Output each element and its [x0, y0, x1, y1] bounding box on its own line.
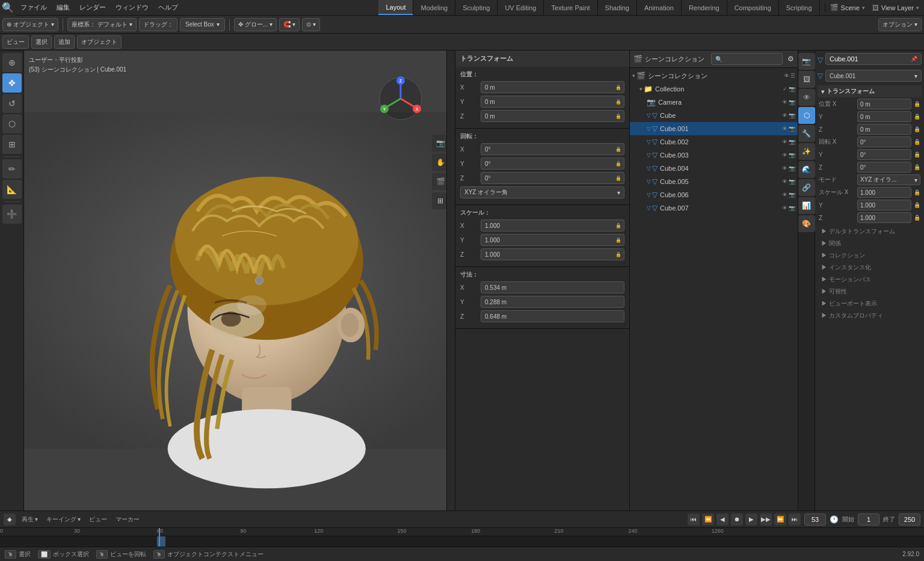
relations-section[interactable]: ▶ 関係 [818, 238, 922, 250]
scale-x-lock[interactable]: 🔒 [914, 189, 920, 195]
dim-y-input[interactable]: 0.288 m [481, 296, 624, 308]
props-rot-z-input[interactable]: 0° [857, 162, 911, 173]
props-scale-z-input[interactable]: 1.000 [857, 212, 911, 223]
custom-props-section[interactable]: ▶ カスタムプロパティ [818, 310, 922, 322]
mode-toggle-btn[interactable]: ⊕ オブジェクト ▾ [2, 18, 58, 31]
jump-start-btn[interactable]: ⏮ [688, 513, 700, 526]
view-btn-timeline[interactable]: ビュー [87, 514, 109, 525]
props-tab-constraints[interactable]: 🔗 [798, 179, 815, 196]
viewport-gizmo[interactable]: Z X Y [377, 75, 425, 124]
motion-paths-section[interactable]: ▶ モーションパス [818, 274, 922, 286]
scale-x-input[interactable]: 1.000 🔒 [481, 219, 624, 231]
viewlayer-name[interactable]: View Layer [881, 4, 914, 11]
cube003-eye-icon[interactable]: 👁 [782, 152, 787, 158]
col-eye-icon[interactable]: ✓ [783, 86, 787, 92]
tree-item-camera[interactable]: 📷 Camera 👁 📷 [630, 96, 798, 109]
props-tab-material[interactable]: 🎨 [798, 215, 815, 232]
position-y-input[interactable]: 0 m 🔒 [481, 96, 624, 108]
timeline-ruler[interactable]: 0 30 60 90 120 150 180 210 240 1260 [0, 528, 924, 547]
outliner-search[interactable]: 🔍 [711, 53, 783, 65]
props-tab-view[interactable]: 👁 [798, 89, 815, 106]
tree-item-cube[interactable]: ▽ ▽ Cube 👁 📷 [630, 109, 798, 122]
rotation-x-input[interactable]: 0° 🔒 [481, 143, 624, 155]
props-tab-particles[interactable]: ✨ [798, 143, 815, 160]
cube001-eye-icon[interactable]: 👁 [782, 126, 787, 132]
tree-item-cube002[interactable]: ▽ ▽ Cube.002 👁 📷 [630, 135, 798, 149]
tab-uvediting[interactable]: UV Editing [497, 0, 544, 15]
transform-btn[interactable]: ✥ グロー... ▾ [234, 18, 277, 31]
outliner-filter-icon[interactable]: ⚙ [787, 55, 794, 63]
collection-section[interactable]: ▶ コレクション [818, 250, 922, 262]
select-icon[interactable]: ☰ [790, 73, 795, 79]
position-z-input[interactable]: 0 m 🔒 [481, 110, 624, 122]
select-btn[interactable]: 選択 [31, 35, 52, 49]
cube006-render-icon[interactable]: 📷 [789, 192, 795, 198]
cube003-render-icon[interactable]: 📷 [789, 152, 795, 158]
keyframe-btn[interactable]: ◆ [4, 513, 16, 526]
props-scale-y-input[interactable]: 1.000 [857, 200, 911, 210]
cube007-render-icon[interactable]: 📷 [789, 205, 795, 211]
rotation-y-input[interactable]: 0° 🔒 [481, 158, 624, 170]
playback-btn[interactable]: 再生 ▾ [19, 514, 40, 525]
cube004-eye-icon[interactable]: 👁 [782, 165, 787, 171]
menu-help[interactable]: ヘルプ [153, 0, 183, 15]
tab-sculpting[interactable]: Sculpting [455, 0, 497, 15]
props-transform-header[interactable]: ▾ トランスフォーム [818, 85, 922, 97]
cube005-render-icon[interactable]: 📷 [789, 179, 795, 185]
props-tab-output[interactable]: 🖼 [798, 71, 815, 88]
tab-animation[interactable]: Animation [637, 0, 682, 15]
cube002-eye-icon[interactable]: 👁 [782, 139, 787, 145]
prev-frame-btn[interactable]: ◀ [716, 513, 728, 526]
object-name-field[interactable]: Cube.001 📌 [825, 53, 922, 65]
tab-layout[interactable]: Layout [378, 0, 413, 15]
tool-cursor[interactable]: ⊕ [2, 53, 22, 72]
rot-z-lock[interactable]: 🔒 [914, 164, 920, 170]
menu-render[interactable]: レンダー [75, 0, 111, 15]
pos-y-lock[interactable]: 🔒 [914, 114, 920, 120]
cube-eye-icon[interactable]: 👁 [782, 112, 787, 118]
scale-y-input[interactable]: 1.000 🔒 [481, 234, 624, 246]
next-frame-btn[interactable]: ▶▶ [760, 513, 772, 526]
play-btn[interactable]: ▶ [745, 513, 757, 526]
menu-edit[interactable]: 編集 [52, 0, 75, 15]
cube002-render-icon[interactable]: 📷 [789, 139, 795, 145]
tool-measure[interactable]: 📐 [2, 180, 22, 199]
tab-modeling[interactable]: Modeling [413, 0, 455, 15]
blender-logo[interactable]: 🔍 [0, 0, 16, 16]
tree-item-collection[interactable]: ▾ 📁 Collection ✓ 📷 [630, 82, 798, 96]
props-pos-y-input[interactable]: 0 m [857, 111, 911, 122]
cube-render-icon[interactable]: 📷 [789, 112, 795, 118]
cam-eye-icon[interactable]: 👁 [782, 99, 787, 105]
tree-item-cube006[interactable]: ▽ ▽ Cube.006 👁 📷 [630, 188, 798, 201]
props-mode-dropdown[interactable]: XYZ オイラ... ▾ [857, 174, 920, 185]
coord-system-btn[interactable]: 座標系： デフォルト ▾ [67, 18, 137, 31]
tree-item-scene-collection[interactable]: ▾ 🎬 シーンコレクション 👁 ☰ [630, 69, 798, 82]
rotation-mode-dropdown[interactable]: XYZ オイラー角 ▾ [460, 186, 624, 198]
mesh-data-dropdown[interactable]: Cube.001 ▾ [825, 70, 922, 82]
marker-btn[interactable]: マーカー [113, 514, 142, 525]
jump-end-btn[interactable]: ⏭ [789, 513, 801, 526]
props-pos-z-input[interactable]: 0 m [857, 124, 911, 135]
cube007-eye-icon[interactable]: 👁 [782, 205, 787, 211]
tab-texturepaint[interactable]: Texture Paint [544, 0, 597, 15]
props-tab-data[interactable]: 📊 [798, 197, 815, 214]
rot-x-lock[interactable]: 🔒 [914, 139, 920, 145]
tool-annotate[interactable]: ✏ [2, 159, 22, 179]
viewport-3d[interactable]: ユーザー・平行投影 (53) シーンコレクション | Cube.001 Z X … [24, 51, 455, 510]
proportional-btn[interactable]: ⊙ ▾ [302, 18, 320, 31]
tab-scripting[interactable]: Scripting [779, 0, 820, 15]
add-btn[interactable]: 追加 [54, 35, 75, 49]
tool-move[interactable]: ✥ [2, 73, 22, 93]
object-btn[interactable]: オブジェクト [77, 35, 122, 49]
props-tab-object[interactable]: ⬡ [798, 107, 815, 124]
snap-btn[interactable]: 🧲 ▾ [279, 18, 300, 31]
viewport-display-section[interactable]: ▶ ビューポート表示 [818, 298, 922, 310]
pos-x-lock[interactable]: 🔒 [914, 101, 920, 107]
scale-y-lock[interactable]: 🔒 [914, 202, 920, 208]
rot-y-lock[interactable]: 🔒 [914, 152, 920, 158]
end-frame[interactable]: 250 [899, 513, 920, 526]
props-rot-y-input[interactable]: 0° [857, 149, 911, 160]
dim-z-input[interactable]: 0.648 m [481, 310, 624, 322]
tree-item-cube004[interactable]: ▽ ▽ Cube.004 👁 📷 [630, 162, 798, 175]
eye-icon[interactable]: 👁 [784, 73, 789, 79]
